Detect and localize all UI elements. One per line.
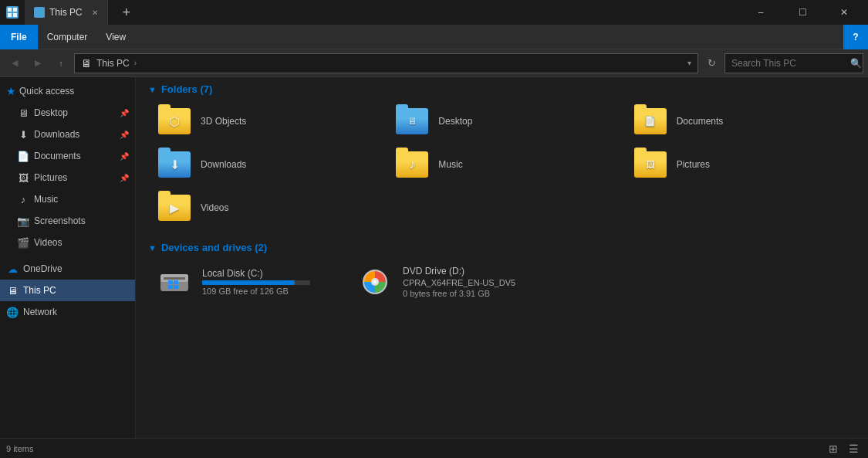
active-tab[interactable]: This PC ✕ xyxy=(25,0,108,25)
sidebar-item-thispc[interactable]: 🖥 This PC xyxy=(0,280,135,301)
sidebar-item-music[interactable]: ♪ Music xyxy=(0,188,135,210)
sidebar-item-network[interactable]: 🌐 Network xyxy=(0,301,135,323)
pin-icon-downloads: 📌 xyxy=(120,131,129,139)
folders-header-label: Folders (7) xyxy=(161,83,212,95)
folder-downloads[interactable]: ⬇ Downloads xyxy=(148,143,386,186)
help-button[interactable]: ? xyxy=(843,25,868,49)
svg-rect-8 xyxy=(174,280,178,284)
sidebar-label-screenshots: Screenshots xyxy=(34,215,86,226)
new-tab-button[interactable]: + xyxy=(114,0,139,25)
folder-label-music: Music xyxy=(438,159,462,170)
address-path-root: This PC xyxy=(96,58,130,69)
dvd-drive-sublabel: CPRA_X64FRE_EN-US_DV5 xyxy=(403,278,515,287)
folder-label-pictures: Pictures xyxy=(677,159,710,170)
svg-rect-6 xyxy=(164,277,185,280)
svg-rect-2 xyxy=(8,13,12,17)
folder-icon-downloads: ⬇ xyxy=(156,149,193,180)
items-count: 9 items xyxy=(6,444,33,453)
folder-label-desktop: Desktop xyxy=(438,116,472,127)
addressbar: ◀ ▶ ↑ 🖥 This PC › ▾ ↻ 🔍 xyxy=(0,49,868,77)
local-disk-icon xyxy=(156,266,193,297)
sidebar-label-downloads: Downloads xyxy=(34,129,79,140)
local-disk-bar-bg xyxy=(202,280,310,285)
sidebar-item-downloads[interactable]: ⬇ Downloads 📌 xyxy=(0,124,135,145)
folder-icon-music: ♪ xyxy=(393,149,431,180)
up-button[interactable]: ↑ xyxy=(51,53,71,73)
statusbar: 9 items ⊞ ☰ xyxy=(0,438,868,458)
sidebar-label-music: Music xyxy=(34,194,58,205)
menu-view[interactable]: View xyxy=(96,25,135,49)
maximize-button[interactable]: ☐ xyxy=(785,0,820,25)
large-icons-view-button[interactable]: ⊞ xyxy=(825,440,842,457)
titlebar: This PC ✕ + – ☐ ✕ xyxy=(0,0,868,25)
menu-file[interactable]: File xyxy=(0,25,38,49)
dvd-drive-info: DVD Drive (D:) CPRA_X64FRE_EN-US_DV5 0 b… xyxy=(403,266,515,298)
sidebar-label-onedrive: OneDrive xyxy=(23,263,62,274)
folders-chevron: ▼ xyxy=(148,85,157,94)
folder-videos[interactable]: ▶ Videos xyxy=(148,186,386,229)
minimize-button[interactable]: – xyxy=(743,0,778,25)
devices-chevron: ▼ xyxy=(148,243,157,253)
pin-icon-desktop: 📌 xyxy=(120,109,129,117)
folder-desktop[interactable]: 🖥 Desktop xyxy=(386,100,623,143)
tab-close-button[interactable]: ✕ xyxy=(92,8,98,17)
refresh-button[interactable]: ↻ xyxy=(701,53,721,73)
svg-rect-7 xyxy=(168,280,173,284)
content-area: ▼ Folders (7) ⬡ 3D Objects 🖥 Desktop xyxy=(136,77,868,438)
devices-section-header[interactable]: ▼ Devices and drives (2) xyxy=(136,236,868,258)
forward-button[interactable]: ▶ xyxy=(28,53,48,73)
search-input[interactable] xyxy=(731,58,847,69)
downloads-icon: ⬇ xyxy=(17,128,29,141)
pictures-icon: 🖼 xyxy=(17,171,29,184)
folders-section-header[interactable]: ▼ Folders (7) xyxy=(136,77,868,100)
quick-access-label: Quick access xyxy=(19,86,74,97)
folder-documents[interactable]: 📄 Documents xyxy=(624,100,862,143)
device-dvd-drive[interactable]: DVD Drive (D:) CPRA_X64FRE_EN-US_DV5 0 b… xyxy=(349,261,523,303)
sidebar-item-screenshots[interactable]: 📷 Screenshots xyxy=(0,210,135,232)
sidebar-item-onedrive[interactable]: ☁ OneDrive xyxy=(0,258,135,280)
folder-icon-documents: 📄 xyxy=(632,106,669,137)
sidebar-label-videos: Videos xyxy=(34,237,62,248)
app-icon xyxy=(6,6,19,19)
dvd-drive-space: 0 bytes free of 3.91 GB xyxy=(403,289,515,298)
folder-3dobjects[interactable]: ⬡ 3D Objects xyxy=(148,100,386,143)
tab-title: This PC xyxy=(49,7,83,18)
search-icon: 🔍 xyxy=(850,58,862,69)
sidebar-item-videos[interactable]: 🎬 Videos xyxy=(0,232,135,253)
details-view-button[interactable]: ☰ xyxy=(845,440,862,457)
folder-icon-videos: ▶ xyxy=(156,192,193,223)
sidebar-item-desktop[interactable]: 🖥 Desktop 📌 xyxy=(0,102,135,124)
search-box[interactable]: 🔍 xyxy=(724,53,863,73)
sidebar-label-thispc: This PC xyxy=(23,285,56,296)
local-disk-label: Local Disk (C:) xyxy=(202,268,310,279)
tab-icon xyxy=(34,7,45,18)
svg-rect-10 xyxy=(174,285,178,289)
sidebar-item-pictures[interactable]: 🖼 Pictures 📌 xyxy=(0,167,135,188)
folder-music[interactable]: ♪ Music xyxy=(386,143,623,186)
menubar: File Computer View ? xyxy=(0,25,868,49)
folder-icon-3dobjects: ⬡ xyxy=(156,106,193,137)
device-local-disk[interactable]: Local Disk (C:) 109 GB free of 126 GB xyxy=(148,261,318,303)
local-disk-bar-fill xyxy=(202,280,295,285)
sidebar-item-documents[interactable]: 📄 Documents 📌 xyxy=(0,145,135,167)
svg-rect-0 xyxy=(8,8,12,12)
thispc-icon: 🖥 xyxy=(6,284,19,297)
main-content: ★ Quick access 🖥 Desktop 📌 ⬇ Downloads 📌… xyxy=(0,77,868,438)
folder-label-3dobjects: 3D Objects xyxy=(201,116,246,127)
address-dropdown-button[interactable]: ▾ xyxy=(687,59,691,67)
dvd-drive-icon xyxy=(356,266,393,297)
onedrive-icon: ☁ xyxy=(6,263,19,275)
videos-icon: 🎬 xyxy=(17,236,29,249)
svg-rect-3 xyxy=(13,13,17,17)
menu-computer[interactable]: Computer xyxy=(38,25,97,49)
folder-pictures[interactable]: 🖼 Pictures xyxy=(624,143,862,186)
dvd-drive-label: DVD Drive (D:) xyxy=(403,266,515,276)
music-icon: ♪ xyxy=(17,193,29,205)
pin-icon-documents: 📌 xyxy=(120,152,129,161)
sidebar-label-network: Network xyxy=(23,307,57,317)
folders-grid: ⬡ 3D Objects 🖥 Desktop 📄 Documents xyxy=(136,100,868,236)
close-button[interactable]: ✕ xyxy=(826,0,862,25)
local-disk-info: Local Disk (C:) 109 GB free of 126 GB xyxy=(202,268,310,296)
back-button[interactable]: ◀ xyxy=(5,53,25,73)
address-box[interactable]: 🖥 This PC › ▾ xyxy=(74,53,698,73)
